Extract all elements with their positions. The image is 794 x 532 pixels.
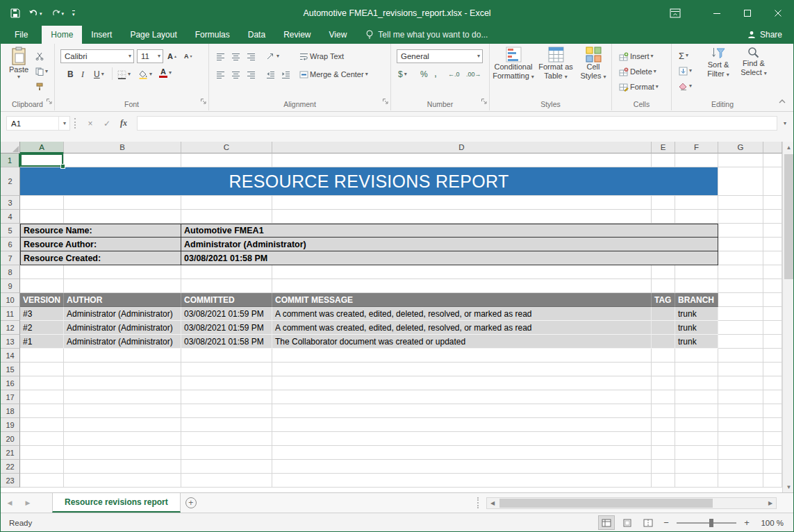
cell-stub20[interactable] <box>763 432 782 446</box>
row-header-23[interactable]: 23 <box>1 474 20 488</box>
fill-button[interactable]: ▾ <box>677 64 693 78</box>
redo-button[interactable]: ▾ <box>51 9 65 17</box>
cell-G11[interactable] <box>718 307 763 321</box>
column-header-A[interactable]: A <box>20 142 64 153</box>
cell-stub10[interactable] <box>763 293 782 307</box>
close-button[interactable] <box>763 1 793 26</box>
top-align-button[interactable] <box>215 49 226 63</box>
cell-E11[interactable] <box>652 307 675 321</box>
cell-A5[interactable]: Resource Name: <box>20 224 181 238</box>
enter-entry-button[interactable]: ✓ <box>99 116 115 131</box>
cell-A7[interactable]: Resource Created: <box>20 251 181 265</box>
increase-indent-button[interactable] <box>280 67 292 81</box>
increase-decimal-button[interactable]: ←.0 <box>447 67 461 81</box>
find-select-button[interactable]: Find & Select ▾ <box>737 47 770 77</box>
tab-view[interactable]: View <box>320 26 356 44</box>
cell-A20[interactable] <box>20 432 64 446</box>
cell-B15[interactable] <box>64 363 181 376</box>
row-header-11[interactable]: 11 <box>1 307 20 321</box>
customize-quick-access-button[interactable]: ▾ <box>72 10 75 17</box>
cell-B12[interactable]: Administrator (Administrator) <box>64 321 181 335</box>
delete-cells-button[interactable]: Delete ▾ <box>618 65 658 78</box>
cell-F11[interactable]: trunk <box>675 307 718 321</box>
cell-G5[interactable] <box>718 224 763 238</box>
cell-C8[interactable] <box>181 265 272 279</box>
zoom-slider-thumb[interactable] <box>709 519 713 527</box>
row-header-19[interactable]: 19 <box>1 418 20 432</box>
cell-F21[interactable] <box>675 446 718 460</box>
cell-F8[interactable] <box>675 265 718 279</box>
tab-file[interactable]: File <box>1 26 42 44</box>
clear-button[interactable]: ▾ <box>677 79 693 93</box>
cell-D10[interactable]: COMMIT MESSAGE <box>272 293 652 307</box>
cell-G10[interactable] <box>718 293 763 307</box>
clipboard-dialog-launcher[interactable] <box>46 95 53 108</box>
cell-B22[interactable] <box>64 460 181 474</box>
autosum-button[interactable]: Σ ▾ <box>677 49 690 63</box>
cell-C4[interactable] <box>181 210 272 224</box>
cell-G20[interactable] <box>718 432 763 446</box>
cell-C1[interactable] <box>181 153 272 167</box>
format-painter-button[interactable] <box>34 80 45 94</box>
cell-C12[interactable]: 03/08/2021 01:59 PM <box>181 321 272 335</box>
cell-B11[interactable]: Administrator (Administrator) <box>64 307 181 321</box>
cell-G6[interactable] <box>718 238 763 251</box>
cell-stub23[interactable] <box>763 474 782 488</box>
tab-formulas[interactable]: Formulas <box>186 26 239 44</box>
cell-C15[interactable] <box>181 363 272 376</box>
cell-E10[interactable]: TAG <box>652 293 675 307</box>
insert-cells-button[interactable]: Insert ▾ <box>618 49 655 63</box>
cell-D4[interactable] <box>272 210 652 224</box>
sheet-nav-right-icon[interactable]: ▶ <box>19 493 37 513</box>
row-header-3[interactable]: 3 <box>1 196 20 210</box>
cell-A8[interactable] <box>20 265 64 279</box>
cell-C14[interactable] <box>181 349 272 363</box>
cell-A16[interactable] <box>20 376 64 390</box>
tab-scroll-divider[interactable] <box>477 497 479 508</box>
center-button[interactable] <box>230 67 242 81</box>
cell-stub19[interactable] <box>763 418 782 432</box>
cell-A13[interactable]: #1 <box>20 335 64 349</box>
cell-stub11[interactable] <box>763 307 782 321</box>
select-all-button[interactable] <box>1 142 20 153</box>
copy-menu-caret-icon[interactable]: ▾ <box>45 69 48 74</box>
cell-D23[interactable] <box>272 474 652 488</box>
undo-button[interactable]: ▾ <box>28 9 42 17</box>
cell-B14[interactable] <box>64 349 181 363</box>
share-button[interactable]: Share <box>736 26 793 44</box>
scroll-up-icon[interactable]: ▲ <box>786 142 792 153</box>
cell-F10[interactable]: BRANCH <box>675 293 718 307</box>
cell-C20[interactable] <box>181 432 272 446</box>
collapse-ribbon-button[interactable] <box>778 94 786 107</box>
save-button[interactable] <box>10 8 20 18</box>
cell-A12[interactable]: #2 <box>20 321 64 335</box>
column-header-G[interactable]: G <box>718 142 763 153</box>
vertical-scroll-thumb[interactable] <box>784 154 793 279</box>
maximize-button[interactable] <box>732 1 763 26</box>
row-header-1[interactable]: 1 <box>1 153 20 167</box>
row-header-7[interactable]: 7 <box>1 251 20 265</box>
cell-stub9[interactable] <box>763 279 782 293</box>
cell-B10[interactable]: AUTHOR <box>64 293 181 307</box>
cell-B1[interactable] <box>64 153 181 167</box>
zoom-in-button[interactable]: + <box>742 517 752 528</box>
scroll-right-icon[interactable]: ▶ <box>765 500 776 506</box>
cell-stub5[interactable] <box>763 224 782 238</box>
cell-F16[interactable] <box>675 376 718 390</box>
row-header-12[interactable]: 12 <box>1 321 20 335</box>
cell-G8[interactable] <box>718 265 763 279</box>
cell-F9[interactable] <box>675 279 718 293</box>
cell-G12[interactable] <box>718 321 763 335</box>
cell-F12[interactable]: trunk <box>675 321 718 335</box>
cell-F22[interactable] <box>675 460 718 474</box>
cell-D8[interactable] <box>272 265 652 279</box>
row-header-8[interactable]: 8 <box>1 265 20 279</box>
accounting-format-button[interactable]: $ ▾ <box>397 67 408 81</box>
cell-A17[interactable] <box>20 390 64 404</box>
cell-E4[interactable] <box>652 210 675 224</box>
cell-B9[interactable] <box>64 279 181 293</box>
cell-G2[interactable] <box>718 167 763 196</box>
cell-E9[interactable] <box>652 279 675 293</box>
cell-D12[interactable]: A comment was created, edited, deleted, … <box>272 321 652 335</box>
cell-D19[interactable] <box>272 418 652 432</box>
